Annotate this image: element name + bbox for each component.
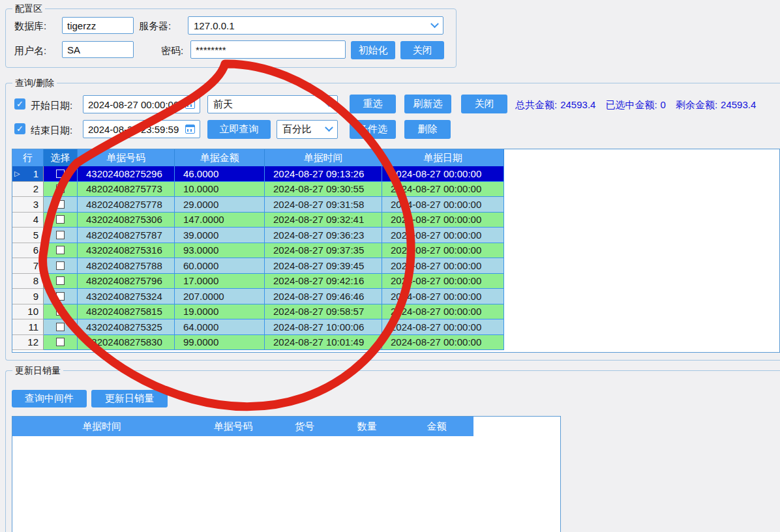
config-close-button[interactable]: 关闭 (400, 41, 444, 59)
row-checkbox[interactable] (56, 276, 65, 285)
doc-time-cell[interactable]: 2024-08-27 09:46:46 (265, 289, 382, 304)
delete-button[interactable]: 删除 (404, 120, 451, 139)
daily-sales-column-header-2[interactable]: 货号 (275, 417, 334, 436)
reselect-button[interactable]: 重选 (350, 95, 396, 113)
select-cell[interactable] (44, 228, 78, 243)
doc-amount-cell[interactable]: 29.0000 (175, 197, 265, 213)
username-input[interactable]: SA (62, 41, 134, 58)
row-number-cell[interactable]: ▷8 (12, 274, 44, 289)
password-input[interactable]: ******** (190, 40, 346, 59)
grid-row[interactable]: ▷8 48202408275796 17.0000 2024-08-27 09:… (12, 274, 779, 289)
doc-date-cell[interactable]: 2024-08-27 00:00:00 (382, 243, 504, 259)
row-checkbox[interactable] (56, 307, 65, 316)
query-now-button[interactable]: 立即查询 (207, 120, 271, 139)
doc-number-cell[interactable]: 43202408275306 (78, 213, 175, 228)
doc-date-cell[interactable]: 2024-08-27 00:00:00 (382, 274, 504, 289)
query-middleware-button[interactable]: 查询中间件 (12, 390, 87, 407)
doc-amount-cell[interactable]: 64.0000 (175, 319, 265, 335)
grid-row[interactable]: ▷7 48202408275788 60.0000 2024-08-27 09:… (12, 258, 779, 274)
grid-row[interactable]: ▷3 48202408275778 29.0000 2024-08-27 09:… (12, 197, 779, 213)
grid-row[interactable]: ▷5 48202408275787 39.0000 2024-08-27 09:… (12, 228, 779, 243)
condition-select-button[interactable]: 条件选 (350, 120, 396, 139)
row-number-cell[interactable]: ▷12 (12, 335, 44, 351)
row-checkbox[interactable] (56, 231, 65, 239)
update-daily-sales-button[interactable]: 更新日销量 (91, 390, 168, 407)
doc-amount-cell[interactable]: 207.0000 (175, 289, 265, 304)
row-checkbox[interactable] (56, 246, 65, 254)
doc-number-cell[interactable]: 48202408275815 (78, 304, 175, 320)
select-cell[interactable] (44, 166, 78, 182)
doc-amount-cell[interactable]: 99.0000 (175, 335, 265, 351)
doc-date-cell[interactable]: 2024-08-27 00:00:00 (382, 166, 504, 182)
row-number-cell[interactable]: ▷1 (12, 166, 44, 182)
start-date-input[interactable]: 2024-08-27 00:00:00 (83, 95, 200, 113)
start-date-checkbox[interactable]: ✓ (14, 98, 25, 110)
row-number-cell[interactable]: ▷11 (12, 319, 44, 335)
row-checkbox[interactable] (56, 338, 65, 346)
doc-date-cell[interactable]: 2024-08-27 00:00:00 (382, 289, 504, 304)
doc-date-cell[interactable]: 2024-08-27 00:00:00 (382, 319, 504, 335)
daily-sales-column-header-3[interactable]: 数量 (334, 417, 400, 436)
doc-date-cell[interactable]: 2024-08-27 00:00:00 (382, 228, 504, 243)
row-checkbox[interactable] (56, 215, 65, 224)
doc-time-cell[interactable]: 2024-08-27 10:01:49 (265, 335, 382, 351)
daily-sales-column-header-0[interactable]: 单据时间 (12, 417, 191, 436)
doc-time-cell[interactable]: 2024-08-27 09:36:23 (265, 228, 382, 243)
doc-number-cell[interactable]: 48202408275796 (78, 274, 175, 289)
row-checkbox[interactable] (56, 170, 65, 178)
doc-time-cell[interactable]: 2024-08-27 09:31:58 (265, 197, 382, 213)
grid-row[interactable]: ▷2 48202408275773 10.0000 2024-08-27 09:… (12, 182, 779, 198)
doc-time-cell[interactable]: 2024-08-27 09:30:55 (265, 182, 382, 198)
doc-time-cell[interactable]: 2024-08-27 09:58:57 (265, 304, 382, 320)
select-cell[interactable] (44, 182, 78, 198)
select-cell[interactable] (44, 319, 78, 335)
doc-time-cell[interactable]: 2024-08-27 10:00:06 (265, 319, 382, 335)
grid-row[interactable]: ▷10 48202408275815 19.0000 2024-08-27 09… (12, 304, 779, 320)
grid-row[interactable]: ▷1 43202408275296 46.0000 2024-08-27 09:… (12, 166, 779, 182)
row-number-cell[interactable]: ▷4 (12, 213, 44, 228)
row-number-cell[interactable]: ▷5 (12, 228, 44, 243)
column-header-4[interactable]: 单据时间 (265, 149, 382, 166)
end-date-checkbox[interactable]: ✓ (14, 123, 25, 134)
row-number-cell[interactable]: ▷3 (12, 197, 44, 213)
doc-amount-cell[interactable]: 147.0000 (175, 213, 265, 228)
doc-date-cell[interactable]: 2024-08-27 00:00:00 (382, 197, 504, 213)
row-checkbox[interactable] (56, 323, 65, 331)
column-header-2[interactable]: 单据号码 (78, 149, 175, 166)
init-button[interactable]: 初始化 (351, 41, 395, 59)
doc-amount-cell[interactable]: 39.0000 (175, 228, 265, 243)
doc-amount-cell[interactable]: 19.0000 (175, 304, 265, 320)
select-cell[interactable] (44, 258, 78, 274)
calendar-icon[interactable] (185, 125, 195, 134)
doc-amount-cell[interactable]: 10.0000 (175, 182, 265, 198)
row-number-cell[interactable]: ▷2 (12, 182, 44, 198)
refresh-select-button[interactable]: 刷新选 (404, 95, 451, 113)
doc-number-cell[interactable]: 43202408275324 (78, 289, 175, 304)
doc-amount-cell[interactable]: 46.0000 (175, 166, 265, 182)
row-checkbox[interactable] (56, 292, 65, 301)
doc-date-cell[interactable]: 2024-08-27 00:00:00 (382, 335, 504, 351)
row-checkbox[interactable] (56, 261, 65, 270)
grid-row[interactable]: ▷11 43202408275325 64.0000 2024-08-27 10… (12, 319, 779, 335)
doc-number-cell[interactable]: 48202408275788 (78, 258, 175, 274)
doc-time-cell[interactable]: 2024-08-27 09:42:16 (265, 274, 382, 289)
doc-number-cell[interactable]: 43202408275325 (78, 319, 175, 335)
select-cell[interactable] (44, 335, 78, 351)
select-cell[interactable] (44, 304, 78, 320)
doc-number-cell[interactable]: 48202408275778 (78, 197, 175, 213)
doc-time-cell[interactable]: 2024-08-27 09:32:41 (265, 213, 382, 228)
doc-date-cell[interactable]: 2024-08-27 00:00:00 (382, 258, 504, 274)
select-cell[interactable] (44, 289, 78, 304)
doc-number-cell[interactable]: 48202408275773 (78, 182, 175, 198)
row-checkbox[interactable] (56, 185, 65, 193)
server-combobox[interactable]: 127.0.0.1 (188, 16, 443, 35)
query-close-button[interactable]: 关闭 (461, 95, 507, 113)
select-cell[interactable] (44, 243, 78, 259)
doc-time-cell[interactable]: 2024-08-27 09:37:35 (265, 243, 382, 259)
calendar-icon[interactable] (185, 100, 195, 109)
database-input[interactable]: tigerzz (62, 17, 134, 34)
column-header-3[interactable]: 单据金额 (175, 149, 265, 166)
doc-amount-cell[interactable]: 93.0000 (175, 243, 265, 259)
grid-row[interactable]: ▷12 48202408275830 99.0000 2024-08-27 10… (12, 335, 779, 351)
doc-date-cell[interactable]: 2024-08-27 00:00:00 (382, 182, 504, 198)
